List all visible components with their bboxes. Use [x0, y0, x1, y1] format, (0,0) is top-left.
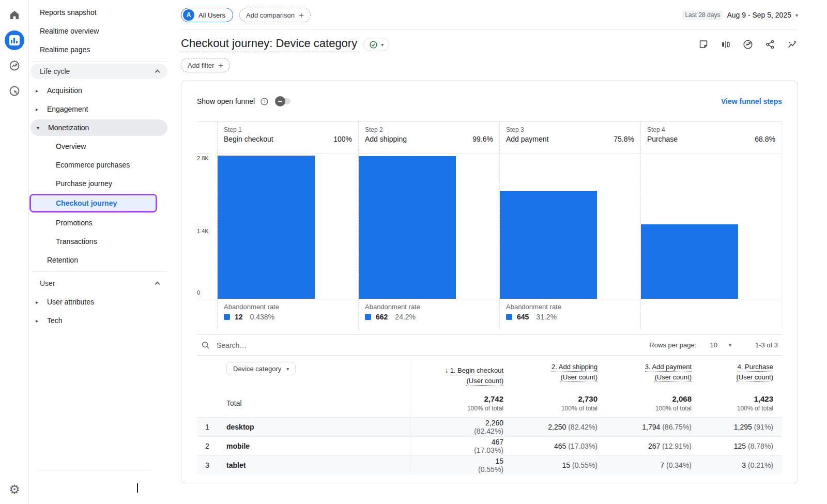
intelligence-icon[interactable]: [787, 39, 798, 50]
column-header-add-payment: 3. Add payment (User count): [598, 362, 692, 383]
collapse-arrow-icon[interactable]: ▾: [37, 125, 48, 131]
all-users-chip[interactable]: A All Users: [181, 8, 233, 22]
metric-cell: 2,250 (82.42%): [503, 423, 598, 431]
expand-arrow-icon[interactable]: ▸: [36, 88, 47, 94]
caret-down-icon: ▾: [381, 42, 384, 48]
sidebar-footer: [37, 470, 152, 504]
sidebar-divider: [32, 61, 167, 62]
expand-arrow-icon[interactable]: ▸: [36, 299, 47, 305]
sidebar-item-checkout-journey[interactable]: Checkout journey: [31, 195, 156, 211]
metric-cell: 1,295 (91%): [692, 423, 782, 431]
share-icon[interactable]: [764, 39, 776, 50]
section-label: Life cycle: [40, 67, 70, 75]
sidebar-divider: [32, 271, 167, 272]
reports-icon-active[interactable]: [4, 30, 25, 51]
sidebar-item-transactions[interactable]: Transactions: [29, 232, 176, 251]
axis-header-spacer: [197, 122, 217, 149]
note-icon[interactable]: [698, 39, 709, 50]
metric-cell: 7 (0.34%): [598, 461, 692, 469]
step-name: Begin checkout: [224, 135, 273, 143]
search-icon: [201, 341, 210, 350]
sidebar-item-ecommerce-purchases[interactable]: Ecommerce purchases: [29, 156, 176, 174]
sidebar-item-acquisition[interactable]: ▸ Acquisition: [29, 81, 176, 100]
abandonment-step-2: Abandonment rate 66224.2%: [358, 299, 499, 329]
sidebar-section-life-cycle[interactable]: Life cycle: [30, 64, 167, 79]
funnel-bar[interactable]: [641, 224, 738, 299]
comparison-icon[interactable]: [720, 39, 731, 50]
metric-cell: 15 (0.55%): [410, 456, 503, 475]
abandonment-rate: 0.438%: [250, 313, 274, 321]
expand-arrow-icon[interactable]: ▸: [36, 318, 47, 324]
step-name: Add payment: [506, 135, 549, 143]
sidebar-item-overview[interactable]: Overview: [29, 137, 176, 156]
plus-icon: +: [218, 61, 223, 70]
funnel-bar[interactable]: [500, 191, 597, 299]
sort-descending-icon[interactable]: ↓: [445, 366, 449, 374]
funnel-bar[interactable]: [218, 156, 315, 299]
data-quality-pill[interactable]: ▾: [363, 38, 389, 51]
add-filter-button[interactable]: Add filter +: [181, 58, 230, 72]
explore-icon[interactable]: [4, 55, 25, 76]
sidebar-section-user[interactable]: User: [30, 274, 167, 293]
advertising-icon[interactable]: [4, 81, 25, 101]
main-content: A All Users Add comparison + Last 28 day…: [176, 0, 827, 504]
reports-sidebar: Reports snapshot Realtime overview Realt…: [29, 0, 176, 504]
add-comparison-button[interactable]: Add comparison +: [239, 8, 311, 22]
audience-avatar: A: [183, 9, 194, 21]
table-row-desktop[interactable]: 1 desktop 2,260 (82.42%) 2,250 (82.42%) …: [197, 417, 782, 436]
funnel-step-header-3: Step 3 Add payment75.8%: [499, 122, 640, 149]
sidebar-item-purchase-journey[interactable]: Purchase journey: [29, 174, 176, 193]
rows-per-page-select[interactable]: 10: [710, 341, 717, 349]
sidebar-item-reports-snapshot[interactable]: Reports snapshot: [29, 3, 176, 22]
home-icon[interactable]: [4, 5, 25, 25]
collapse-sidebar-button[interactable]: [137, 483, 143, 490]
sidebar-item-engagement[interactable]: ▸ Engagement: [29, 100, 176, 118]
sidebar-item-monetization[interactable]: ▾ Monetization: [30, 119, 167, 136]
step-name: Add shipping: [365, 135, 407, 143]
table-row-tablet[interactable]: 3 tablet 15 (0.55%) 15 (0.55%) 7 (0.34%)…: [197, 455, 782, 475]
date-range-value: Aug 9 - Sep 5, 2025: [727, 11, 791, 19]
sidebar-item-realtime-overview[interactable]: Realtime overview: [29, 22, 176, 40]
search-input[interactable]: [217, 341, 372, 349]
toggle-knob: [275, 96, 285, 106]
sidebar-item-realtime-pages[interactable]: Realtime pages: [29, 40, 176, 59]
abandonment-step-4-empty: [640, 299, 782, 329]
step-name: Purchase: [647, 135, 678, 143]
page-title[interactable]: Checkout journey: Device category: [181, 37, 357, 52]
abandonment-step-1: Abandonment rate 120.438%: [217, 299, 358, 329]
rows-per-page-label: Rows per page:: [649, 341, 696, 349]
row-dimension: desktop: [218, 423, 410, 431]
metric-cell: 267 (12.91%): [598, 442, 692, 450]
insights-icon[interactable]: [742, 39, 754, 50]
sidebar-item-tech[interactable]: ▸ Tech: [29, 311, 176, 330]
funnel-chart: Step 1 Begin checkout100% Step 2 Add shi…: [197, 121, 782, 329]
abandonment-label: Abandonment rate: [224, 303, 352, 311]
open-funnel-toggle[interactable]: [277, 98, 290, 104]
axis-footer-spacer: [197, 299, 217, 329]
report-title-row: Checkout journey: Device category ▾: [181, 37, 798, 52]
dimension-selector[interactable]: Device category▾: [226, 362, 296, 375]
row-index: 1: [197, 423, 218, 431]
date-range-picker[interactable]: Last 28 days Aug 9 - Sep 5, 2025 ▾: [682, 10, 798, 20]
funnel-plot-step-4: [640, 149, 782, 299]
caret-down-icon[interactable]: ▾: [729, 342, 731, 348]
step-completion-rate: 100%: [333, 135, 352, 143]
expand-arrow-icon[interactable]: ▸: [36, 106, 47, 112]
admin-gear-icon[interactable]: ⚙: [0, 483, 29, 496]
funnel-bar[interactable]: [359, 156, 456, 299]
table-row-mobile[interactable]: 2 mobile 467 (17.03%) 465 (17.03%) 267 (…: [197, 436, 782, 455]
abandonment-step-3: Abandonment rate 64531.2%: [499, 299, 640, 329]
sidebar-item-retention[interactable]: Retention: [29, 251, 176, 269]
help-icon[interactable]: ?: [260, 97, 269, 106]
report-action-icons: [698, 39, 798, 50]
total-cell: 2,068100% of total: [598, 394, 692, 412]
table-header-row: Device category▾ ↓1. Begin checkout (Use…: [197, 356, 782, 389]
funnel-plot-step-3: [499, 149, 640, 299]
checkout-journey-card: Show open funnel ? View funnel steps Ste…: [181, 81, 798, 483]
view-funnel-steps-link[interactable]: View funnel steps: [721, 97, 782, 105]
row-index: 2: [197, 442, 218, 450]
sidebar-item-promotions[interactable]: Promotions: [29, 213, 176, 232]
abandonment-label: Abandonment rate: [365, 303, 493, 311]
metric-cell: 465 (17.03%): [503, 442, 598, 450]
sidebar-item-user-attributes[interactable]: ▸ User attributes: [29, 293, 176, 311]
